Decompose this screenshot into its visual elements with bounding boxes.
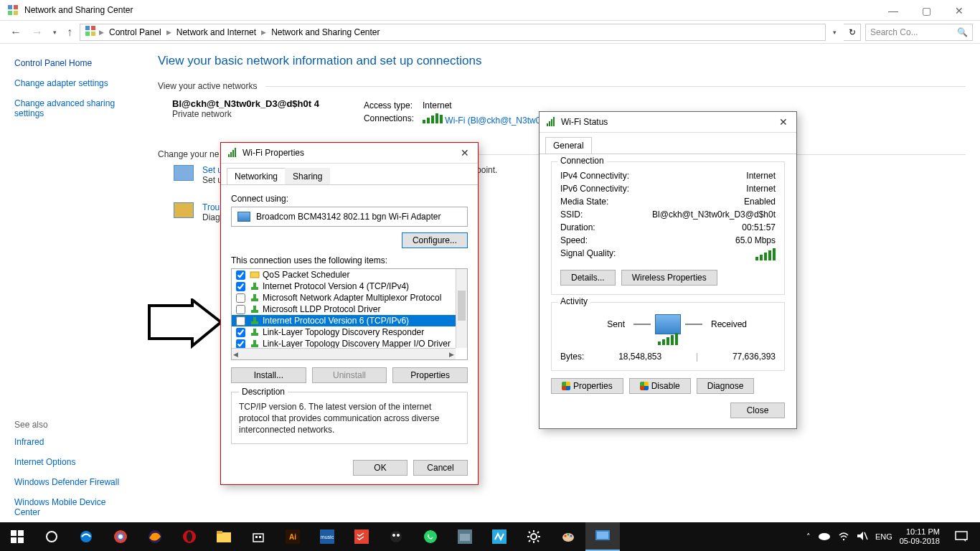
tab-networking[interactable]: Networking — [227, 168, 286, 184]
status-close-button[interactable]: ✕ — [776, 116, 791, 128]
item-checkbox[interactable] — [236, 305, 245, 314]
cortana-icon[interactable] — [34, 522, 69, 551]
list-scrollbar-v[interactable] — [456, 269, 467, 348]
diagnose-button[interactable]: Diagnose — [697, 378, 755, 394]
refresh-button[interactable]: ↻ — [844, 24, 861, 41]
see-also-firewall[interactable]: Windows Defender Firewall — [14, 477, 129, 487]
tray-chevron-up-icon[interactable]: ˄ — [806, 532, 811, 542]
see-also-infrared[interactable]: Infrared — [14, 437, 129, 447]
minimize-button[interactable]: — — [877, 3, 910, 19]
opera-icon[interactable] — [172, 522, 207, 551]
svg-rect-56 — [460, 534, 470, 541]
wifi-properties-dialog: Wi-Fi Properties ✕ Networking Sharing Co… — [220, 142, 479, 485]
whatsapp-icon[interactable] — [413, 522, 448, 551]
tray-volume-icon[interactable] — [857, 531, 868, 542]
close-button[interactable]: ✕ — [943, 3, 976, 19]
disable-button[interactable]: Disable — [629, 378, 691, 394]
wireless-properties-button[interactable]: Wireless Properties — [621, 270, 717, 286]
svg-rect-8 — [228, 154, 230, 157]
tab-sharing[interactable]: Sharing — [285, 168, 330, 185]
cancel-button[interactable]: Cancel — [413, 460, 468, 476]
up-button[interactable]: ↑ — [64, 26, 75, 39]
search-box[interactable]: Search Co... 🔍 — [865, 24, 973, 41]
svg-point-70 — [570, 535, 573, 537]
sidebar-link-sharing[interactable]: Change advanced sharing settings — [14, 98, 129, 118]
item-checkbox[interactable] — [236, 270, 245, 280]
wondershare-icon[interactable] — [482, 522, 517, 551]
uninstall-button: Uninstall — [312, 367, 387, 383]
page-heading: View your basic network information and … — [158, 54, 966, 68]
tray-onedrive-icon[interactable] — [818, 532, 831, 542]
list-item: Link-Layer Topology Discovery Responder — [232, 326, 467, 338]
app-icon-2[interactable] — [448, 522, 482, 551]
sidebar-home[interactable]: Control Panel Home — [14, 58, 129, 68]
item-checkbox[interactable] — [236, 328, 245, 337]
chrome-icon[interactable] — [103, 522, 138, 551]
breadcrumb-sep: ▶ — [166, 29, 171, 36]
illustrator-icon[interactable]: Ai — [275, 522, 310, 551]
svg-rect-3 — [14, 11, 18, 15]
status-properties-button[interactable]: Properties — [551, 378, 623, 394]
protocol-icon — [250, 327, 260, 337]
firefox-icon[interactable] — [138, 522, 172, 551]
tray-wifi-icon[interactable] — [838, 531, 849, 542]
file-explorer-icon[interactable] — [207, 522, 241, 551]
control-panel-taskbar-icon[interactable] — [585, 522, 620, 551]
list-item: Internet Protocol Version 4 (TCP/IPv4) — [232, 281, 467, 292]
see-also-mobile-center[interactable]: Windows Mobile Device Center — [14, 497, 129, 517]
svg-rect-19 — [251, 321, 258, 324]
close-button-status[interactable]: Close — [730, 402, 785, 418]
see-also-internet-options[interactable]: Internet Options — [14, 457, 129, 467]
adapter-field[interactable]: Broadcom BCM43142 802.11 bgn Wi-Fi Adapt… — [231, 207, 468, 227]
address-bar[interactable]: ▶ Control Panel ▶ Network and Internet ▶… — [80, 24, 826, 41]
tray-language[interactable]: ENG — [875, 532, 892, 541]
start-button[interactable] — [0, 522, 34, 551]
sidebar: Control Panel Home Change adapter settin… — [0, 44, 143, 542]
music-icon[interactable]: music — [310, 522, 344, 551]
svg-rect-25 — [547, 123, 548, 126]
ipv4-value: Internet — [746, 171, 776, 181]
action-center-icon[interactable] — [947, 522, 976, 551]
svg-rect-32 — [18, 537, 24, 543]
maximize-button[interactable]: ▢ — [910, 3, 943, 19]
activity-legend: Activity — [557, 296, 590, 306]
app-icon-1[interactable] — [379, 522, 413, 551]
svg-point-33 — [47, 532, 57, 542]
svg-rect-0 — [8, 5, 12, 9]
address-dropdown[interactable]: ▾ — [830, 29, 839, 36]
ok-button[interactable]: OK — [353, 460, 407, 476]
breadcrumb-item[interactable]: Network and Internet — [174, 27, 258, 37]
tray-clock[interactable]: 10:11 PM 05-09-2018 — [900, 527, 940, 545]
paint-icon[interactable] — [551, 522, 585, 551]
recent-dropdown[interactable]: ▾ — [50, 29, 60, 36]
item-checkbox[interactable] — [236, 316, 245, 326]
breadcrumb-item[interactable]: Network and Sharing Center — [269, 27, 382, 37]
network-type: Private network — [172, 109, 319, 119]
list-scrollbar-h[interactable]: ◀▶ — [232, 348, 456, 359]
configure-button[interactable]: Configure... — [402, 232, 468, 248]
protocol-icon — [250, 316, 260, 326]
item-checkbox[interactable] — [236, 282, 245, 291]
settings-icon[interactable] — [517, 522, 551, 551]
item-checkbox[interactable] — [236, 293, 245, 303]
forward-button[interactable]: → — [29, 26, 46, 39]
item-checkbox[interactable] — [236, 339, 245, 349]
svg-point-53 — [397, 534, 400, 537]
properties-button[interactable]: Properties — [392, 367, 468, 383]
edge-icon[interactable] — [69, 522, 103, 551]
breadcrumb-item[interactable]: Control Panel — [107, 27, 164, 37]
taskbar: Ai music ˄ ENG 10:11 PM 05-09-2018 — [0, 522, 980, 551]
adapter-name: Broadcom BCM43142 802.11 bgn Wi-Fi Adapt… — [256, 212, 440, 222]
todoist-icon[interactable] — [344, 522, 379, 551]
store-icon[interactable] — [241, 522, 275, 551]
signal-bars-icon — [755, 248, 776, 263]
media-label: Media State: — [560, 197, 608, 207]
svg-rect-9 — [230, 152, 232, 157]
dialog-close-button[interactable]: ✕ — [458, 147, 472, 159]
protocol-list[interactable]: QoS Packet Scheduler Internet Protocol V… — [231, 268, 468, 360]
details-button[interactable]: Details... — [560, 270, 616, 286]
back-button[interactable]: ← — [7, 26, 24, 39]
tab-general[interactable]: General — [545, 137, 592, 154]
install-button[interactable]: Install... — [231, 367, 306, 383]
sidebar-link-adapter[interactable]: Change adapter settings — [14, 78, 129, 88]
